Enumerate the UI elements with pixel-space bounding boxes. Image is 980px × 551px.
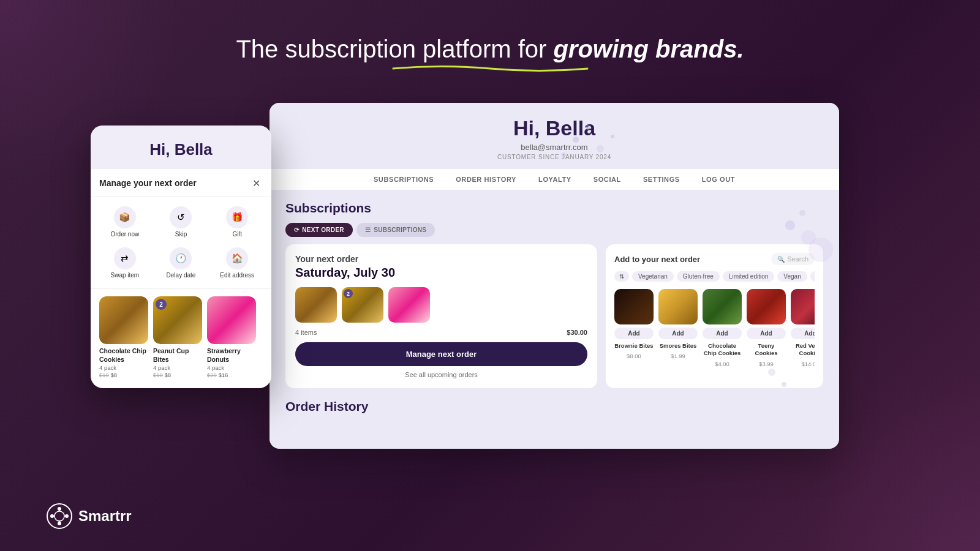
smartrr-brand-name: Smartrr [78, 508, 132, 525]
add-brownie-button[interactable]: Add [614, 328, 654, 339]
action-skip[interactable]: ↺ Skip [153, 201, 209, 242]
add-product-col: Add Smores Bites $1.99 [658, 289, 698, 367]
order-item-2: 2 [342, 287, 383, 323]
mobile-header: Hi, Bella [91, 126, 271, 169]
add-order-header: Add to your next order 🔍 Search [614, 253, 815, 265]
nav-social[interactable]: SOCIAL [594, 176, 621, 183]
order-items-row: 2 [295, 287, 587, 323]
smores-name: Smores Bites [660, 342, 697, 350]
filter-gluten-free[interactable]: Gluten-free [677, 271, 720, 282]
product-qty-donut: 4 pack [207, 364, 224, 371]
add-product-col: Add Chocolate Chip Cookies $4.00 [703, 289, 742, 367]
nav-settings[interactable]: SETTINGS [643, 176, 680, 183]
filter-vegetarian[interactable]: Vegetarian [632, 271, 674, 282]
search-icon: 🔍 [777, 256, 785, 263]
add-product-img-brownie [614, 289, 654, 324]
add-product-img-smores [658, 289, 698, 324]
tab-next-order[interactable]: ⟳ NEXT ORDER [285, 223, 353, 237]
order-item-1 [295, 287, 337, 323]
product-qty-choc: 4 pack [99, 364, 116, 371]
list-item: Chocolate Chip Cookies 4 pack $10 $8 [99, 296, 148, 378]
action-delay[interactable]: 🕐 Delay date [153, 242, 209, 283]
nav-logout[interactable]: LOG OUT [702, 176, 735, 183]
tab-next-order-label: NEXT ORDER [302, 227, 344, 233]
filter-chips-row: ⇅ Vegetarian Gluten-free Limited edition… [614, 271, 815, 283]
list-item: Strawberry Donuts 4 pack $20 $16 [207, 296, 256, 378]
subscriptions-tab-icon: ☰ [365, 227, 371, 233]
search-box[interactable]: 🔍 Search [771, 253, 815, 265]
order-history-title: Order History [285, 399, 823, 414]
hero-highlight: growing brands. [553, 36, 744, 62]
portal-email: bella@smartrr.com [282, 143, 827, 152]
delay-label: Delay date [167, 272, 196, 279]
product-name-donut: Strawberry Donuts [207, 347, 256, 364]
gift-label: Gift [232, 231, 242, 238]
modal-title: Manage your next order [99, 178, 197, 188]
nav-order-history[interactable]: ORDER HISTORY [456, 176, 516, 183]
choc-chip-price: $4.00 [715, 361, 729, 367]
desktop-portal: Hi, Bella bella@smartrr.com CUSTOMER SIN… [270, 103, 839, 449]
smartrr-logo: Smartrr [47, 503, 132, 529]
product-badge-peanut: 2 [156, 299, 167, 310]
action-address[interactable]: 🏠 Edit address [209, 242, 265, 283]
manage-next-order-button[interactable]: Manage next order [295, 342, 587, 366]
add-choc-chip-button[interactable]: Add [703, 328, 742, 339]
add-product-img-redvelvet [791, 289, 815, 324]
teeny-name: Teeny Cookies [747, 342, 786, 358]
mobile-card: Hi, Bella Manage your next order ✕ 📦 Ord… [91, 126, 271, 388]
mobile-product-list: Chocolate Chip Cookies 4 pack $10 $8 2 P… [91, 289, 271, 388]
brownie-name: Brownie Bites [614, 342, 653, 350]
product-name-choc: Chocolate Chip Cookies [99, 347, 148, 364]
tab-subscriptions[interactable]: ☰ SUBSCRIPTIONS [356, 223, 435, 237]
add-product-col: Add Teeny Cookies $3.99 [747, 289, 786, 367]
filter-dairy-free[interactable]: Dairy-free [810, 271, 815, 282]
filter-limited-edition[interactable]: Limited edition [723, 271, 774, 282]
add-order-card: Add to your next order 🔍 Search ⇅ Vegeta… [606, 244, 823, 388]
see-all-orders-link[interactable]: See all upcoming orders [295, 371, 587, 378]
section-title: Subscriptions [285, 201, 823, 216]
product-image-peanut: 2 [153, 296, 202, 344]
redvelvet-name: Red Velvet Cookies [791, 342, 815, 358]
hero-underline-container [236, 64, 744, 73]
product-image-choc [99, 296, 148, 344]
swap-icon: ⇄ [114, 247, 136, 269]
action-order-now[interactable]: 📦 Order now [97, 201, 153, 242]
hero-text: The subscription platform for growing br… [236, 36, 744, 62]
portal-nav: SUBSCRIPTIONS ORDER HISTORY LOYALTY SOCI… [270, 169, 839, 190]
address-label: Edit address [220, 272, 254, 279]
nav-subscriptions[interactable]: SUBSCRIPTIONS [374, 176, 434, 183]
delay-icon: 🕐 [170, 247, 192, 269]
address-icon: 🏠 [226, 247, 248, 269]
filter-vegan[interactable]: Vegan [777, 271, 807, 282]
product-qty-peanut: 4 pack [153, 364, 170, 371]
add-product-col: Add Brownie Bites $8.00 [614, 289, 654, 367]
add-redvelvet-button[interactable]: Add [791, 328, 815, 339]
filter-options-icon[interactable]: ⇅ [614, 271, 629, 282]
next-order-date: Saturday, July 30 [295, 266, 587, 280]
modal-close-button[interactable]: ✕ [249, 176, 263, 190]
action-swap[interactable]: ⇄ Swap item [97, 242, 153, 283]
portal-since: CUSTOMER SINCE JANUARY 2024 [282, 154, 827, 160]
search-placeholder: Search [787, 255, 809, 263]
product-price-peanut: $10 $8 [153, 372, 171, 378]
order-item-badge: 2 [344, 289, 353, 298]
action-grid: 📦 Order now ↺ Skip 🎁 Gift ⇄ Swap item 🕐 … [91, 197, 271, 289]
add-teeny-button[interactable]: Add [747, 328, 786, 339]
next-order-tab-icon: ⟳ [294, 227, 299, 233]
smores-price: $1.99 [671, 353, 685, 359]
product-price-choc: $10 $8 [99, 372, 117, 378]
tabs-container: ⟳ NEXT ORDER ☰ SUBSCRIPTIONS [285, 223, 823, 237]
teeny-price: $3.99 [759, 361, 774, 367]
skip-icon: ↺ [170, 206, 192, 228]
nav-loyalty[interactable]: LOYALTY [538, 176, 571, 183]
action-gift[interactable]: 🎁 Gift [209, 201, 265, 242]
add-smores-button[interactable]: Add [658, 328, 698, 339]
add-product-col: Add Red Velvet Cookies $14.00 [791, 289, 815, 367]
svg-point-12 [55, 511, 64, 521]
portal-content: Subscriptions ⟳ NEXT ORDER ☰ SUBSCRIPTIO… [270, 190, 839, 425]
order-total: $30.00 [567, 329, 587, 336]
swap-label: Swap item [110, 272, 139, 279]
add-order-title: Add to your next order [614, 255, 700, 264]
order-now-label: Order now [110, 231, 139, 238]
add-product-img-choc-chip [703, 289, 742, 324]
